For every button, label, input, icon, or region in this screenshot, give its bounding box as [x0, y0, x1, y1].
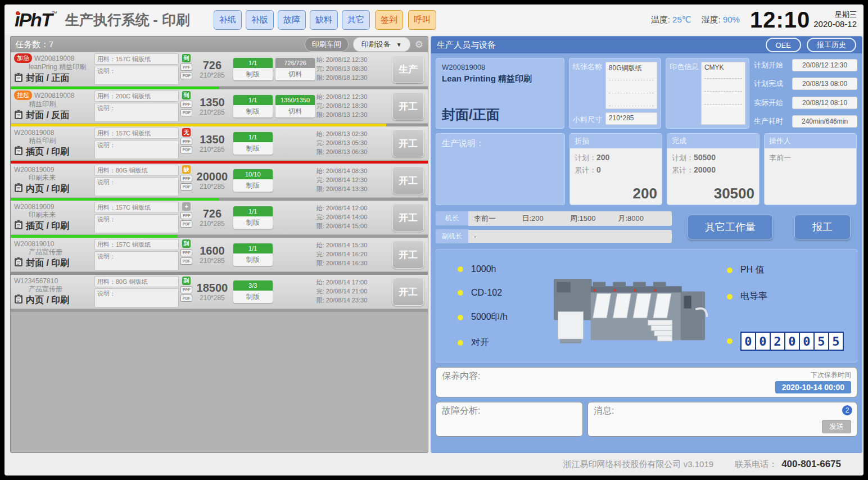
- task-times: 始: 20/08/13 02:30 完: 20/08/13 05:30 限: 2…: [317, 130, 391, 157]
- paper-size-field[interactable]: 210*285: [605, 112, 657, 125]
- task-times: 始: 20/08/14 08:30 完: 20/08/14 12:30 限: 2…: [317, 167, 391, 194]
- ppf-file-icon[interactable]: PPF: [180, 101, 192, 108]
- plate-stage: 1/1 制版: [233, 58, 273, 80]
- task-action-button[interactable]: 生产: [392, 55, 424, 83]
- other-work-button[interactable]: 其它工作量: [688, 215, 773, 239]
- task-action-button[interactable]: 开工: [392, 203, 424, 232]
- ppf-file-icon[interactable]: PPF: [180, 249, 192, 256]
- ppf-file-icon[interactable]: PPF: [180, 138, 192, 145]
- pdf-file-icon[interactable]: PDF: [180, 146, 192, 153]
- bullet-icon: [458, 290, 463, 296]
- task-times: 始: 20/08/14 15:30 完: 20/08/14 16:20 限: 2…: [317, 241, 391, 268]
- detail-panel-title: 生产人员与设备: [437, 40, 496, 51]
- task-row[interactable]: W200819009 印刷未来 插页 / 印刷 用料：157C 铜版纸 说明： …: [11, 201, 428, 234]
- task-page: 插页 / 印刷: [26, 146, 69, 158]
- task-name: 产品宣传册: [29, 285, 94, 294]
- task-quantity: 1600: [193, 244, 232, 257]
- production-note-card[interactable]: 生产说明：: [436, 133, 565, 205]
- plate-progress-badge: 1/1: [233, 58, 273, 68]
- plate-progress-badge: 1/1: [233, 206, 273, 216]
- gear-icon[interactable]: ⚙: [415, 39, 423, 51]
- task-action-button[interactable]: 开工: [392, 278, 424, 306]
- material-status-badge: 缺: [182, 165, 191, 174]
- task-row[interactable]: 挂起 W200819008 精益印刷 封面 / 反面 用料：200C 铜版纸 说…: [11, 89, 428, 123]
- document-icon: [14, 220, 23, 232]
- task-row[interactable]: 加急 W200819008 leanPring 精益印刷 封面 / 正面 用料：…: [11, 52, 428, 86]
- header-button-呼叫[interactable]: 呼叫: [408, 10, 436, 30]
- task-row[interactable]: W1234567810 产品宣传册 内页 / 印刷 用料：80G 铜版纸 说明：…: [11, 275, 428, 309]
- workshop-button[interactable]: 印刷车间: [305, 37, 349, 52]
- task-size: 210*285: [193, 294, 232, 302]
- next-maintenance-time: 2020-10-14 00:00: [775, 381, 851, 393]
- material-status-badge: 到: [182, 239, 191, 248]
- plate-stage: 1/1 制版: [233, 243, 273, 266]
- cut-stage: 1350/1350 切料: [275, 95, 315, 117]
- task-action-button[interactable]: 开工: [392, 129, 424, 157]
- task-row[interactable]: W200819010 产品宣传册 封面 / 印刷 用料：157C 铜版纸 说明：…: [11, 238, 428, 271]
- right-bullet-list: PH 值电导率: [727, 264, 848, 317]
- pdf-file-icon[interactable]: PDF: [180, 220, 192, 228]
- task-times: 始: 20/08/14 12:00 完: 20/08/14 14:00 限: 2…: [317, 204, 391, 231]
- ppf-file-icon[interactable]: PPF: [180, 175, 192, 182]
- plate-progress-badge: 1/1: [233, 95, 273, 105]
- message-card[interactable]: 消息: 2 发送: [587, 402, 857, 437]
- equipment-spec: 对开: [458, 337, 541, 348]
- plate-progress-badge: 3/3: [233, 280, 273, 291]
- task-action-button[interactable]: 开工: [392, 92, 424, 120]
- paper-size-label: 小料尺寸: [573, 115, 605, 125]
- header-button-补版[interactable]: 补版: [246, 10, 274, 30]
- task-order-number: W200819008: [34, 92, 74, 99]
- done-current-value: 30500: [672, 185, 754, 202]
- note-field: 说明：: [94, 103, 179, 122]
- cut-progress-badge: 1350/1350: [275, 95, 315, 105]
- plate-label: 制版: [233, 68, 273, 80]
- report-work-button[interactable]: 报工: [794, 215, 851, 239]
- task-row[interactable]: W200819009 印刷未来 内页 / 印刷 用料：80G 铜版纸 说明： 缺…: [11, 164, 428, 197]
- pdf-file-icon[interactable]: PDF: [180, 295, 192, 302]
- pdf-file-icon[interactable]: PDF: [180, 183, 192, 191]
- job-page: 封面/正面: [442, 106, 558, 124]
- ppf-file-icon[interactable]: PPF: [180, 64, 192, 71]
- plate-progress-badge: 10/10: [233, 169, 273, 179]
- task-action-button[interactable]: 开工: [392, 166, 424, 194]
- task-row[interactable]: W200819008 精益印刷 插页 / 印刷 用料：157C 铜版纸 说明： …: [11, 126, 428, 160]
- priority-badge: 加急: [14, 53, 32, 63]
- detail-panel-header: 生产人员与设备 OEE 报工历史: [431, 37, 862, 53]
- ppf-file-icon[interactable]: PPF: [180, 212, 192, 219]
- material-status-badge: 到: [182, 91, 191, 99]
- detail-panel: 生产人员与设备 OEE 报工历史 W200819008 Lean Printin…: [431, 36, 862, 453]
- oee-button[interactable]: OEE: [766, 38, 801, 52]
- vice-captain-field: -: [468, 230, 672, 243]
- schedule-row: 计划完成20/08/13 08:00: [754, 78, 857, 90]
- document-icon: [14, 294, 23, 306]
- header-button-故障[interactable]: 故障: [278, 10, 306, 30]
- send-button[interactable]: 发送: [822, 420, 851, 433]
- task-order-number: W200819010: [14, 240, 54, 248]
- task-order-number: W200819008: [34, 55, 74, 62]
- note-field: 说明：: [94, 251, 179, 270]
- schedule-row: 生产耗时240min/646min: [754, 115, 857, 128]
- task-name: leanPring 精益印刷: [29, 63, 94, 72]
- ink-info-label: 印色信息: [670, 62, 701, 125]
- ppf-file-icon[interactable]: PPF: [180, 286, 192, 293]
- ink-info-field[interactable]: CMYK: [701, 62, 745, 125]
- schedule-row: 计划开始20/08/12 12:30: [754, 59, 857, 71]
- page-title: 生产执行系统 - 印刷: [65, 11, 190, 29]
- header-button-签到[interactable]: 签到: [375, 10, 403, 30]
- device-dropdown[interactable]: 印刷设备▼: [353, 37, 410, 52]
- pdf-file-icon[interactable]: PDF: [180, 72, 192, 79]
- plate-stage: 1/1 制版: [233, 132, 273, 155]
- plate-progress-badge: 1/1: [233, 243, 273, 253]
- task-page: 内页 / 印刷: [26, 295, 69, 306]
- impression-counter-row: 0020055: [727, 332, 848, 351]
- fault-analysis-card[interactable]: 故障分析:: [436, 402, 583, 437]
- header-button-其它[interactable]: 其它: [342, 10, 370, 30]
- paper-name-field[interactable]: 80G铜版纸: [605, 62, 657, 109]
- task-action-button[interactable]: 开工: [392, 241, 424, 269]
- report-history-button[interactable]: 报工历史: [807, 38, 856, 52]
- pdf-file-icon[interactable]: PDF: [180, 109, 192, 116]
- maintenance-card[interactable]: 保养内容: 下次保养时间 2020-10-14 00:00: [436, 367, 857, 397]
- header-button-缺料[interactable]: 缺料: [310, 10, 338, 30]
- pdf-file-icon[interactable]: PDF: [180, 257, 192, 265]
- header-button-补纸[interactable]: 补纸: [214, 10, 242, 30]
